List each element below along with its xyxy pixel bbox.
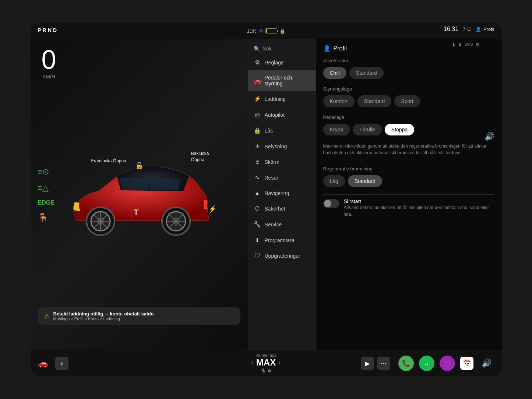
profile-icon: 👤: [475, 27, 481, 32]
menu-item-autopilot[interactable]: ◎ Autopilot: [248, 107, 316, 123]
autopilot-icon: ◎: [254, 111, 261, 118]
profile-button[interactable]: 👤 Profil: [475, 27, 494, 32]
acceleration-chill-btn[interactable]: Chill: [323, 67, 346, 79]
styrning-komfort-btn[interactable]: Komfort: [323, 95, 355, 107]
pedal-description: Maximerar räckvidden genom att utöka den…: [323, 143, 494, 156]
warning-bar[interactable]: ⚠ Betald laddning otillig. – kontr. obet…: [38, 307, 240, 325]
regen-standard-btn[interactable]: Standard: [348, 175, 382, 187]
calendar-app[interactable]: 📅: [460, 357, 473, 370]
calendar-icon: 📅: [463, 359, 471, 367]
music-app[interactable]: 🎵: [440, 356, 455, 371]
belysning-label: Belysning: [265, 144, 287, 149]
heat-label: Värmer upp: [256, 353, 276, 357]
regen-title: Regenerativ bromsning: [323, 166, 494, 172]
prnd-display: PRND: [38, 27, 59, 33]
app-grid-button[interactable]: ⋯: [377, 357, 390, 370]
svg-rect-15: [204, 200, 207, 209]
phone-app[interactable]: 📞: [398, 356, 414, 371]
warning-text: Betald laddning otillig. – kontr. obetal…: [53, 311, 154, 321]
svg-text:T: T: [134, 208, 139, 217]
reglage-icon: ⚙: [254, 59, 261, 66]
menu-item-navigering[interactable]: ▲ Navigering: [248, 186, 316, 201]
styrning-standard-btn[interactable]: Standard: [357, 95, 392, 107]
menu-item-pedaler[interactable]: 🚗 Pedaler och styrning: [248, 70, 316, 91]
resor-icon: ∿: [254, 174, 261, 181]
las-label: Lås: [265, 128, 273, 134]
heat-max: MAX: [256, 357, 276, 368]
styrning-options: Komfort Standard Sport: [323, 95, 494, 107]
divider-1: [323, 162, 494, 162]
search-label: Sök: [263, 46, 272, 52]
volume-icon[interactable]: 🔊: [485, 132, 494, 258]
styrning-title: Styrningsläge: [323, 86, 494, 92]
taskbar-apps: ▶ ⋯ 📞 ♫ 🎵 📅 🔊: [361, 356, 494, 371]
laddning-icon: ⚡: [254, 95, 261, 102]
seat-heat-icon: 🪑: [261, 368, 266, 374]
slirstart-content: Slirstart Använd denna funktion för att …: [344, 198, 494, 218]
status-center: 11% ❄ 🔒: [247, 28, 285, 34]
regen-options: Låg Standard: [323, 175, 494, 187]
divider-2: [323, 194, 494, 195]
speed-unit: KM/H: [42, 74, 56, 80]
front-door-label: Framlucka Öppna: [91, 158, 126, 164]
search-bar[interactable]: 🔍 Sök: [248, 43, 316, 54]
pedal-frirulle-btn[interactable]: Frirulle: [353, 124, 382, 135]
laddning-label: Laddning: [265, 96, 286, 102]
status-right: 16:31 7°C 👤 Profil: [444, 26, 494, 32]
profile-label: Profil: [483, 27, 494, 32]
menu-item-skarm[interactable]: 🖥 Skärm: [248, 154, 316, 170]
dl-icon-2: ⬇: [458, 42, 462, 47]
music-note-button[interactable]: ♪: [55, 357, 68, 370]
search-icon: 🔍: [254, 46, 260, 52]
service-icon: 🔧: [254, 221, 261, 228]
slirstart-toggle[interactable]: [323, 199, 339, 208]
heat-right-arrow[interactable]: ›: [279, 359, 281, 366]
menu-item-reglage[interactable]: ⚙ Reglage: [248, 54, 316, 70]
regen-lag-btn[interactable]: Låg: [323, 175, 345, 187]
car-panel: 0 KM/H ≡⊙ ≡△ EDGE 🪑 Framlucka Öppna Bakl…: [31, 39, 248, 350]
lock-icon: 🔒: [279, 28, 285, 34]
car-icons-left: ≡⊙ ≡△ EDGE 🪑: [38, 167, 54, 222]
menu-item-resor[interactable]: ∿ Resor: [248, 170, 316, 186]
menu-item-service[interactable]: 🔧 Service: [248, 216, 316, 232]
time-display: 16:31: [444, 26, 458, 32]
spotify-icon: ♫: [424, 360, 429, 367]
menu-item-sakerhet[interactable]: ⏱ Säkerhet: [248, 201, 316, 216]
spotify-app[interactable]: ♫: [419, 356, 434, 371]
media-button[interactable]: ▶: [361, 357, 374, 370]
music-app-icon: 🎵: [444, 360, 451, 367]
pedal-options: Krypa Frirulle Stoppa: [323, 124, 494, 135]
menu-item-belysning[interactable]: ☀ Belysning: [248, 138, 316, 154]
uppgraderingar-label: Uppgraderingar: [265, 253, 300, 259]
autopilot-label: Autopilot: [265, 112, 285, 118]
pedaler-icon: 🚗: [254, 77, 261, 84]
pedal-title: Pedalläge: [323, 114, 494, 120]
speed-display: 0 KM/H: [42, 46, 56, 80]
volume-btn[interactable]: 🔊: [479, 359, 494, 368]
pedal-stoppa-btn[interactable]: Stoppa: [385, 124, 414, 135]
media-controls: ▶ ⋯: [361, 357, 390, 370]
warning-icon: ⚠: [44, 312, 50, 320]
heat-left-arrow[interactable]: ‹: [251, 359, 253, 366]
pedal-krypa-btn[interactable]: Krypa: [323, 124, 350, 135]
battery-bar: [265, 28, 277, 33]
menu-item-programvara[interactable]: ⬇ Programvara: [248, 232, 316, 248]
styrning-sport-btn[interactable]: Sport: [394, 95, 420, 107]
settings-icon: ⚙: [475, 42, 480, 47]
bluetooth-icon: ❄: [259, 28, 263, 34]
skarm-icon: 🖥: [254, 159, 261, 165]
temperature-display: 7°C: [463, 27, 471, 32]
car-nav-icon[interactable]: 🚗: [38, 359, 48, 368]
menu-item-uppgraderingar[interactable]: 🛡 Uppgraderingar: [248, 248, 316, 264]
svg-text:⚡: ⚡: [208, 205, 216, 213]
rear-door-label: BakluckaÖppna: [191, 151, 209, 163]
taskbar: 🚗 ♪ Värmer upp ‹ MAX › 🪑 ❄ ▶ ⋯ 📞: [31, 350, 502, 376]
belysning-icon: ☀: [254, 143, 261, 150]
las-icon: 🔒: [254, 127, 261, 134]
menu-item-laddning[interactable]: ⚡ Laddning: [248, 91, 316, 107]
slirstart-description: Använd denna funktion för att få loss bi…: [344, 204, 494, 218]
taskbar-center: Värmer upp ‹ MAX › 🪑 ❄: [251, 353, 281, 374]
acceleration-standard-btn[interactable]: Standard: [349, 67, 384, 79]
menu-item-las[interactable]: 🔒 Lås: [248, 123, 316, 138]
defrost-icon: ❄: [268, 368, 271, 374]
